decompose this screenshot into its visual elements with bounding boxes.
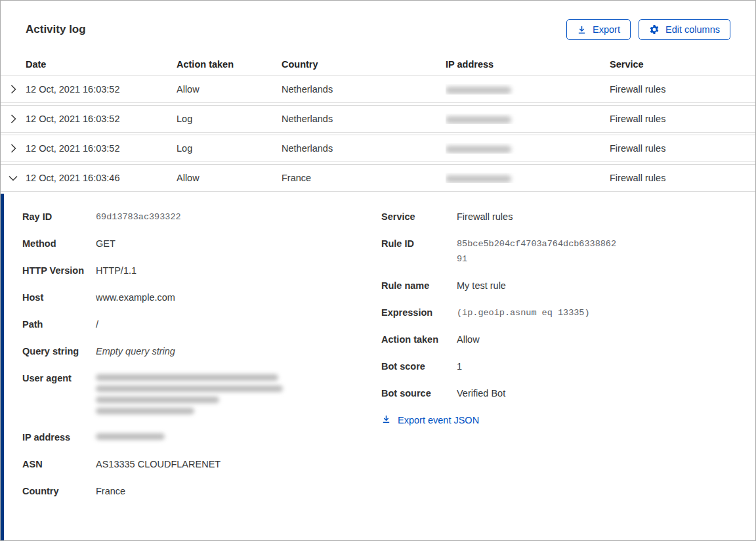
- row-action-taken: Log: [177, 143, 282, 154]
- field-value: Empty query string: [96, 344, 381, 359]
- field-label: Bot score: [381, 359, 457, 374]
- table-header-row: Date Action taken Country IP address Ser…: [1, 53, 755, 76]
- detail-field-expression: Expression (ip.geoip.asnum eq 13335): [381, 305, 755, 320]
- edit-columns-button-label: Edit columns: [665, 24, 720, 35]
- page-header: Activity log Export Edit columns: [1, 1, 755, 53]
- export-event-json-link[interactable]: Export event JSON: [381, 414, 479, 426]
- row-action-taken: Log: [177, 114, 282, 124]
- detail-field-asn: ASN AS13335 CLOUDFLARENET: [22, 457, 381, 472]
- field-value: 1: [457, 359, 755, 374]
- column-header-action-taken: Action taken: [177, 59, 282, 70]
- column-header-country: Country: [282, 59, 446, 70]
- row-ip-address-redacted: [446, 84, 610, 95]
- table-row-expanded[interactable]: 12 Oct, 2021 16:03:46 Allow France Firew…: [1, 164, 755, 192]
- row-service: Firewall rules: [610, 114, 755, 124]
- download-icon: [577, 25, 587, 35]
- field-label: HTTP Version: [22, 263, 96, 278]
- field-value-redacted: [96, 371, 381, 418]
- chevron-right-icon[interactable]: [1, 76, 26, 102]
- detail-field-ray-id: Ray ID 69d13783ac393322: [22, 209, 381, 225]
- detail-field-ip-address: IP address: [22, 430, 381, 445]
- field-label: Query string: [22, 344, 96, 359]
- row-date: 12 Oct, 2021 16:03:52: [26, 114, 177, 124]
- field-label: IP address: [22, 430, 96, 445]
- detail-field-bot-score: Bot score 1: [381, 359, 755, 374]
- field-label: Rule name: [381, 278, 457, 293]
- page-title: Activity log: [26, 23, 86, 36]
- table-row[interactable]: 12 Oct, 2021 16:03:52 Log Netherlands Fi…: [1, 105, 755, 133]
- detail-field-bot-source: Bot source Verified Bot: [381, 386, 755, 401]
- row-date: 12 Oct, 2021 16:03:52: [26, 84, 177, 95]
- chevron-right-icon[interactable]: [1, 135, 26, 162]
- field-value-redacted: [96, 430, 381, 445]
- field-label: ASN: [22, 457, 96, 472]
- detail-field-country: Country France: [22, 484, 381, 499]
- detail-field-action-taken: Action taken Allow: [381, 332, 755, 347]
- detail-field-query-string: Query string Empty query string: [22, 344, 381, 359]
- detail-field-http-version: HTTP Version HTTP/1.1: [22, 263, 381, 278]
- activity-log-page: Activity log Export Edit columns: [0, 0, 756, 541]
- row-date: 12 Oct, 2021 16:03:46: [26, 173, 177, 183]
- event-detail-panel: Ray ID 69d13783ac393322 Method GET HTTP …: [1, 194, 755, 540]
- field-value: GET: [96, 236, 381, 251]
- chevron-down-icon[interactable]: [1, 165, 26, 191]
- row-country: Netherlands: [282, 114, 446, 124]
- column-header-ip-address: IP address: [446, 59, 610, 70]
- field-value: www.example.com: [96, 290, 381, 305]
- field-label: Action taken: [381, 332, 457, 347]
- field-label: Bot source: [381, 386, 457, 401]
- gear-icon: [649, 24, 660, 35]
- field-value: Verified Bot: [457, 386, 755, 401]
- field-value: 85bce5b204cf4703a764dcb633886291: [457, 236, 621, 267]
- detail-field-rule-name: Rule name My test rule: [381, 278, 755, 293]
- field-value: Allow: [457, 332, 755, 347]
- field-label: Rule ID: [381, 236, 457, 267]
- detail-left-column: Ray ID 69d13783ac393322 Method GET HTTP …: [22, 209, 381, 511]
- detail-field-rule-id: Rule ID 85bce5b204cf4703a764dcb633886291: [381, 236, 755, 267]
- field-label: Ray ID: [22, 209, 96, 225]
- header-actions: Export Edit columns: [566, 19, 730, 40]
- row-ip-address-redacted: [446, 143, 610, 154]
- field-value: Firewall rules: [457, 209, 755, 225]
- field-value: France: [96, 484, 381, 499]
- download-icon: [381, 414, 391, 426]
- table-row[interactable]: 12 Oct, 2021 16:03:52 Log Netherlands Fi…: [1, 135, 755, 162]
- field-value: My test rule: [457, 278, 755, 293]
- table-row[interactable]: 12 Oct, 2021 16:03:52 Allow Netherlands …: [1, 76, 755, 103]
- row-date: 12 Oct, 2021 16:03:52: [26, 143, 177, 154]
- field-label: Service: [381, 209, 457, 225]
- field-label: Expression: [381, 305, 457, 320]
- field-label: User agent: [22, 371, 96, 418]
- field-value: HTTP/1.1: [96, 263, 381, 278]
- detail-field-user-agent: User agent: [22, 371, 381, 418]
- row-country: Netherlands: [282, 143, 446, 154]
- row-action-taken: Allow: [177, 84, 282, 95]
- field-label: Country: [22, 484, 96, 499]
- detail-field-host: Host www.example.com: [22, 290, 381, 305]
- field-value: 69d13783ac393322: [96, 209, 260, 225]
- column-header-service: Service: [610, 59, 755, 70]
- export-button[interactable]: Export: [566, 19, 631, 40]
- detail-field-path: Path /: [22, 317, 381, 332]
- row-service: Firewall rules: [610, 173, 755, 183]
- chevron-right-icon[interactable]: [1, 106, 26, 132]
- field-label: Path: [22, 317, 96, 332]
- detail-field-method: Method GET: [22, 236, 381, 251]
- row-ip-address-redacted: [446, 114, 610, 124]
- field-label: Method: [22, 236, 96, 251]
- export-event-json-label: Export event JSON: [398, 415, 479, 425]
- detail-right-column: Service Firewall rules Rule ID 85bce5b20…: [381, 209, 755, 511]
- row-country: France: [282, 173, 446, 183]
- row-ip-address-redacted: [446, 173, 610, 183]
- row-action-taken: Allow: [177, 173, 282, 183]
- field-value: (ip.geoip.asnum eq 13335): [457, 305, 621, 320]
- field-label: Host: [22, 290, 96, 305]
- edit-columns-button[interactable]: Edit columns: [639, 19, 730, 40]
- detail-field-service: Service Firewall rules: [381, 209, 755, 225]
- export-button-label: Export: [593, 24, 620, 35]
- field-value: /: [96, 317, 381, 332]
- row-service: Firewall rules: [610, 143, 755, 154]
- row-service: Firewall rules: [610, 84, 755, 95]
- field-value: AS13335 CLOUDFLARENET: [96, 457, 381, 472]
- row-country: Netherlands: [282, 84, 446, 95]
